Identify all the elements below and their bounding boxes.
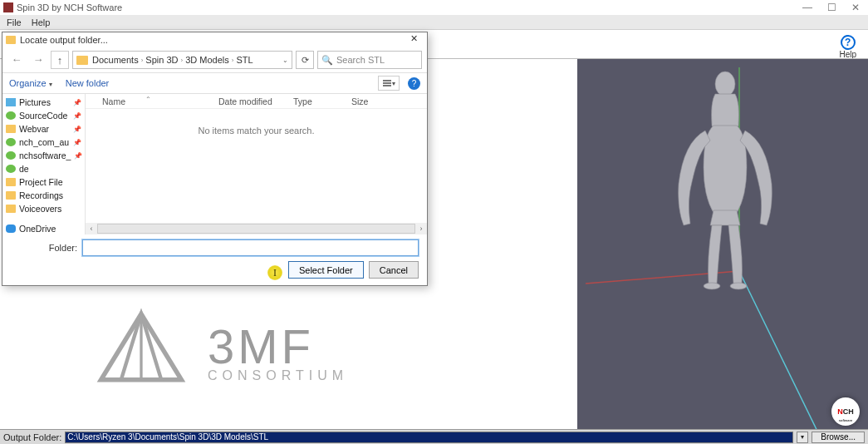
folder-icon — [6, 36, 16, 44]
search-input[interactable]: 🔍 Search STL — [317, 51, 422, 69]
select-folder-button[interactable]: Select Folder — [288, 261, 364, 279]
scroll-track[interactable] — [97, 224, 415, 234]
scroll-right-icon[interactable]: › — [415, 224, 427, 233]
watermark-title: 3MF — [208, 325, 348, 368]
dialog-titlebar[interactable]: Locate output folder... ✕ — [2, 32, 427, 47]
tree-item-label: Recordings — [19, 190, 63, 200]
tree-item-label: Webvar — [19, 124, 49, 134]
minimize-button[interactable]: — — [802, 2, 812, 13]
nav-refresh-button[interactable]: ⟳ — [296, 51, 314, 69]
folder-icon — [6, 205, 16, 213]
crumb[interactable]: Spin 3D — [145, 55, 178, 65]
green-icon — [6, 151, 16, 160]
tree-item-label: Project File — [19, 177, 63, 187]
nch-ch: CH — [843, 407, 854, 416]
pic-icon — [6, 98, 16, 106]
folder-tree[interactable]: Pictures📌SourceCode📌Webvar📌nch_com_au📌nc… — [2, 94, 86, 234]
browse-button[interactable]: Browse... — [812, 432, 865, 443]
app-title: Spin 3D by NCH Software — [17, 2, 122, 12]
folder-icon — [6, 125, 16, 133]
tree-item-de[interactable]: de — [2, 162, 85, 175]
breadcrumb[interactable]: Documents› Spin 3D› 3D Models› STL ⌄ — [72, 51, 292, 69]
output-folder-bar: Output Folder: ▾ Browse... — [0, 429, 868, 444]
green-icon — [6, 138, 16, 146]
nav-forward-button[interactable]: → — [29, 51, 47, 69]
crumb[interactable]: 3D Models — [185, 55, 229, 65]
chevron-right-icon: › — [141, 57, 144, 64]
output-folder-dropdown[interactable]: ▾ — [797, 432, 808, 443]
dialog-footer: Folder: Select Folder Cancel — [2, 234, 427, 285]
menu-help[interactable]: Help — [32, 17, 51, 27]
app-icon — [3, 2, 13, 12]
tree-item-onedrive[interactable]: OneDrive — [2, 222, 85, 234]
dialog-body: Pictures📌SourceCode📌Webvar📌nch_com_au📌nc… — [2, 94, 427, 234]
dialog-title: Locate output folder... — [20, 35, 108, 45]
scroll-left-icon[interactable]: ‹ — [86, 224, 97, 233]
output-folder-input[interactable] — [65, 432, 793, 443]
crumb[interactable]: STL — [236, 55, 253, 65]
col-date[interactable]: Date modified — [215, 96, 290, 106]
tree-item-sourcecode[interactable]: SourceCode📌 — [2, 109, 85, 122]
nch-badge: NCH software — [831, 397, 860, 426]
output-folder-label: Output Folder: — [3, 432, 61, 442]
locate-output-folder-dialog: Locate output folder... ✕ ← → ↑ Document… — [2, 32, 428, 286]
sort-indicator-icon: ⌃ — [145, 96, 151, 103]
tree-item-recordings[interactable]: Recordings — [2, 189, 85, 202]
dialog-close-button[interactable]: ✕ — [404, 33, 424, 47]
pin-icon: 📌 — [74, 152, 82, 160]
empty-message: No items match your search. — [86, 109, 427, 223]
tree-item-label: nch_com_au — [19, 137, 69, 147]
svg-point-6 — [715, 72, 735, 96]
maximize-button[interactable]: ☐ — [827, 2, 836, 13]
cancel-button[interactable]: Cancel — [369, 261, 419, 279]
green-icon — [6, 165, 16, 173]
svg-point-8 — [730, 283, 747, 289]
format-watermark: 3MF CONSORTIUM — [91, 308, 348, 400]
pin-icon: 📌 — [73, 139, 81, 146]
tree-item-pictures[interactable]: Pictures📌 — [2, 96, 85, 109]
close-button[interactable]: ✕ — [851, 2, 860, 13]
folder-icon — [76, 56, 88, 65]
file-list-header[interactable]: ⌃ Name Date modified Type Size — [86, 94, 427, 109]
3d-viewport[interactable] — [577, 59, 868, 429]
tree-item-nch-com-au[interactable]: nch_com_au📌 — [2, 136, 85, 149]
chevron-right-icon: › — [180, 57, 183, 64]
pin-icon: 📌 — [73, 126, 81, 133]
view-mode-button[interactable]: ▾ — [378, 76, 400, 91]
svg-point-7 — [704, 283, 720, 289]
dialog-toolbar: Organize ▾ New folder ▾ ? — [2, 72, 427, 94]
search-placeholder: Search STL — [336, 55, 385, 65]
chevron-down-icon: ▾ — [392, 80, 395, 87]
tree-item-label: SourceCode — [19, 111, 67, 121]
tree-item-project-file[interactable]: Project File — [2, 175, 85, 189]
nav-up-button[interactable]: ↑ — [51, 51, 69, 69]
new-folder-button[interactable]: New folder — [66, 78, 110, 88]
help-icon: ? — [841, 35, 856, 50]
folder-icon — [6, 191, 16, 200]
chevron-down-icon[interactable]: ⌄ — [282, 57, 288, 64]
cloud-icon — [6, 224, 16, 233]
organize-menu[interactable]: Organize ▾ — [9, 78, 52, 88]
col-size[interactable]: Size — [348, 96, 390, 106]
dialog-help-button[interactable]: ? — [408, 77, 420, 90]
nav-back-button[interactable]: ← — [7, 51, 26, 69]
menu-file[interactable]: File — [7, 17, 22, 27]
tree-item-nchsoftware-[interactable]: nchsoftware_📌 — [2, 149, 85, 162]
col-type[interactable]: Type — [290, 96, 348, 106]
folder-field[interactable] — [82, 239, 419, 256]
search-icon: 🔍 — [321, 55, 333, 66]
tree-item-webvar[interactable]: Webvar📌 — [2, 122, 85, 136]
tree-item-label: nchsoftware_ — [19, 150, 71, 160]
horizontal-scrollbar[interactable]: ‹ › — [86, 223, 427, 234]
col-name[interactable]: Name — [99, 96, 215, 106]
crumb[interactable]: Documents — [92, 55, 139, 65]
folder-field-label: Folder: — [11, 243, 77, 253]
chevron-down-icon: ▾ — [49, 81, 52, 88]
pin-icon: 📌 — [73, 99, 81, 106]
app-titlebar: Spin 3D by NCH Software — ☐ ✕ — [0, 0, 868, 15]
svg-line-5 — [739, 271, 826, 444]
help-button[interactable]: ? Help — [839, 35, 856, 59]
tree-item-voiceovers[interactable]: Voiceovers — [2, 202, 85, 215]
file-list: ⌃ Name Date modified Type Size No items … — [86, 94, 427, 234]
app-menubar: File Help — [0, 15, 868, 30]
